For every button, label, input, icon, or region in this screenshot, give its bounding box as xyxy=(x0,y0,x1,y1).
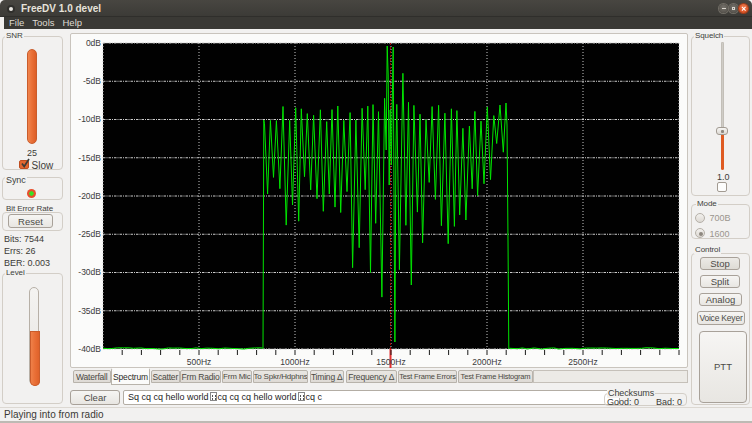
svg-text:-40dB: -40dB xyxy=(78,344,101,354)
svg-text:-15dB: -15dB xyxy=(78,153,101,163)
svg-text:-35dB: -35dB xyxy=(78,306,101,316)
svg-text:1000Hz: 1000Hz xyxy=(280,357,309,367)
svg-text:2000Hz: 2000Hz xyxy=(472,357,501,367)
svg-text:-20dB: -20dB xyxy=(78,191,101,201)
svg-text:-25dB: -25dB xyxy=(78,229,101,239)
svg-text:-5dB: -5dB xyxy=(83,76,101,86)
svg-text:500Hz: 500Hz xyxy=(187,357,212,367)
svg-text:-30dB: -30dB xyxy=(78,267,101,277)
svg-text:-10dB: -10dB xyxy=(78,114,101,124)
svg-text:1500Hz: 1500Hz xyxy=(376,357,405,367)
svg-text:0dB: 0dB xyxy=(86,38,101,48)
svg-text:2500Hz: 2500Hz xyxy=(568,357,597,367)
